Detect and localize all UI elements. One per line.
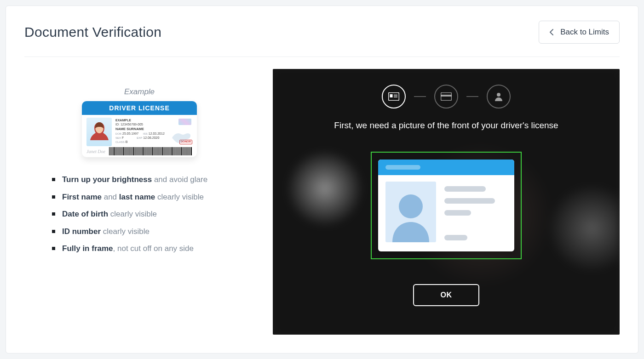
step-indicator <box>382 85 511 108</box>
list-item: Date of birth clearly visible <box>52 208 231 220</box>
id-card-back-icon <box>441 92 452 101</box>
page-title: Document Verification <box>24 24 161 40</box>
hologram-icon <box>178 119 191 125</box>
list-item: Fully in frame, not cut off on any side <box>52 243 231 255</box>
step-separator <box>466 96 478 97</box>
chevron-left-icon <box>549 28 554 36</box>
svg-rect-5 <box>441 95 452 97</box>
example-card-body: EXAMPLE ID: 123456789-005 NAME SURNAME D… <box>82 115 197 157</box>
signature: Janet Doe <box>86 149 105 154</box>
requirements-list: Turn up your brightness and avoid glare … <box>24 174 254 260</box>
example-field: EXAMPLE <box>115 119 144 123</box>
step-id-back <box>434 85 458 108</box>
ok-button[interactable]: OK <box>413 284 479 306</box>
svg-rect-3 <box>394 97 397 97</box>
back-button-label: Back to Limits <box>560 28 609 37</box>
verification-card: Document Verification Back to Limits Exa… <box>6 6 638 353</box>
list-item: Turn up your brightness and avoid glare <box>52 174 231 186</box>
id-card-front-icon <box>388 92 399 101</box>
list-item: First name and last name clearly visible <box>52 191 231 203</box>
ok-button-label: OK <box>441 291 452 299</box>
example-license-card: DRIVER LICENSE EXAMPLE ID: 123456789-005 <box>82 101 197 157</box>
step-id-front <box>382 85 406 108</box>
camera-panel: First, we need a picture of the front of… <box>273 69 620 335</box>
step-selfie <box>487 85 511 108</box>
step-separator <box>414 96 426 97</box>
svg-point-7 <box>399 194 423 218</box>
svg-point-6 <box>497 93 500 97</box>
example-caption: Example <box>124 87 155 97</box>
barcode-icon <box>109 147 192 155</box>
world-map-icon <box>170 129 192 145</box>
camera-instruction: First, we need a picture of the front of… <box>334 120 558 131</box>
portrait-icon <box>86 118 112 146</box>
svg-rect-1 <box>390 94 393 97</box>
svg-rect-2 <box>394 95 397 96</box>
list-item: ID number clearly visible <box>52 226 231 238</box>
person-icon <box>494 92 503 101</box>
instructions-column: Example DRIVER LICENSE EXAMPLE <box>24 69 254 335</box>
header: Document Verification Back to Limits <box>24 21 620 57</box>
capture-frame <box>371 152 522 259</box>
content: Example DRIVER LICENSE EXAMPLE <box>24 57 620 335</box>
back-to-limits-button[interactable]: Back to Limits <box>539 21 620 44</box>
example-field: NAME SURNAME <box>115 127 144 131</box>
license-placeholder <box>378 160 514 251</box>
example-field: ID: 123456789-005 <box>115 123 144 127</box>
example-card-title: DRIVER LICENSE <box>82 101 197 115</box>
portrait-placeholder-icon <box>385 182 436 242</box>
